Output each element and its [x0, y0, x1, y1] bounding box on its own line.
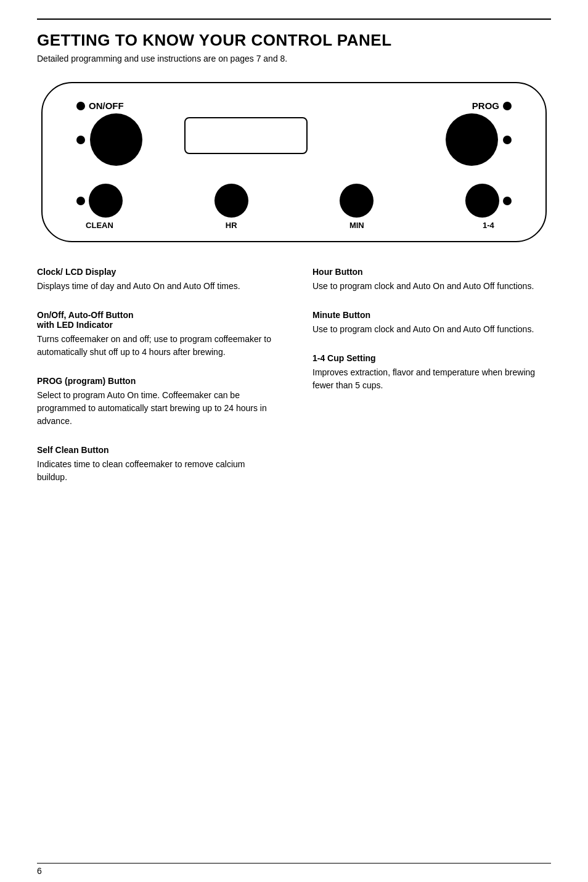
clean-led [76, 197, 85, 205]
desc-cup-setting-title: 1-4 Cup Setting [312, 353, 551, 363]
clean-button[interactable] [89, 184, 123, 218]
control-panel-diagram: ON/OFF PROG [41, 82, 547, 242]
cup-button[interactable] [465, 184, 499, 218]
desc-onoff-title: On/Off, Auto-Off Buttonwith LED Indicato… [37, 310, 276, 330]
descriptions: Clock/ LCD Display Displays time of day … [37, 267, 551, 501]
page: GETTING TO KNOW YOUR CONTROL PANEL Detai… [0, 0, 588, 882]
desc-minute: Minute Button Use to program clock and A… [312, 310, 551, 336]
prog-button[interactable] [446, 113, 498, 166]
hr-item: HR [214, 184, 248, 230]
desc-clock-lcd: Clock/ LCD Display Displays time of day … [37, 267, 276, 293]
left-column: Clock/ LCD Display Displays time of day … [37, 267, 276, 501]
desc-prog-text: Select to program Auto On time. Coffeema… [37, 389, 276, 428]
clean-item: CLEAN [76, 184, 123, 230]
desc-prog: PROG (program) Button Select to program … [37, 376, 276, 428]
desc-cup-setting: 1-4 Cup Setting Improves extraction, fla… [312, 353, 551, 392]
clean-btn-row [76, 184, 123, 218]
bottom-border [37, 863, 551, 864]
page-title: GETTING TO KNOW YOUR CONTROL PANEL [37, 31, 551, 50]
desc-self-clean-title: Self Clean Button [37, 445, 276, 455]
desc-clock-lcd-title: Clock/ LCD Display [37, 267, 276, 277]
prog-led-right [503, 136, 512, 144]
desc-onoff: On/Off, Auto-Off Buttonwith LED Indicato… [37, 310, 276, 359]
onoff-area: ON/OFF [76, 100, 142, 166]
cup-label: 1-4 [483, 221, 494, 230]
desc-hour: Hour Button Use to program clock and Aut… [312, 267, 551, 293]
min-button[interactable] [340, 184, 374, 218]
right-column: Hour Button Use to program clock and Aut… [312, 267, 551, 501]
onoff-label: ON/OFF [89, 100, 124, 111]
desc-hour-text: Use to program clock and Auto On and Aut… [312, 280, 551, 293]
desc-self-clean-text: Indicates time to clean coffeemaker to r… [37, 458, 276, 484]
lcd-display [184, 117, 308, 154]
prog-led-top [503, 102, 512, 110]
cup-led [503, 197, 512, 205]
prog-btn-row [446, 113, 512, 166]
desc-hour-title: Hour Button [312, 267, 551, 277]
hr-label: HR [226, 221, 237, 230]
desc-minute-text: Use to program clock and Auto On and Aut… [312, 323, 551, 336]
onoff-led-left [76, 136, 85, 144]
min-item: MIN [340, 184, 374, 230]
prog-label-row: PROG [472, 100, 512, 111]
cup-setting-item: 1-4 [465, 184, 512, 230]
page-number: 6 [37, 866, 42, 876]
onoff-btn-row [76, 113, 142, 166]
min-label: MIN [349, 221, 364, 230]
hr-button[interactable] [214, 184, 248, 218]
desc-self-clean: Self Clean Button Indicates time to clea… [37, 445, 276, 484]
onoff-led-top [76, 102, 85, 110]
cup-btn-row [465, 184, 512, 218]
top-border [37, 18, 551, 20]
prog-area: PROG [446, 100, 512, 166]
onoff-button[interactable] [90, 113, 142, 166]
desc-prog-title: PROG (program) Button [37, 376, 276, 386]
onoff-label-row: ON/OFF [76, 100, 142, 111]
second-row: CLEAN HR MIN 1-4 [76, 184, 512, 230]
clean-label: CLEAN [86, 221, 113, 230]
page-subtitle: Detailed programming and use instruction… [37, 54, 551, 63]
desc-minute-title: Minute Button [312, 310, 551, 320]
desc-onoff-text: Turns coffeemaker on and off; use to pro… [37, 333, 276, 359]
prog-label: PROG [472, 100, 499, 111]
desc-clock-lcd-text: Displays time of day and Auto On and Aut… [37, 280, 276, 293]
desc-cup-setting-text: Improves extraction, flavor and temperat… [312, 366, 551, 392]
